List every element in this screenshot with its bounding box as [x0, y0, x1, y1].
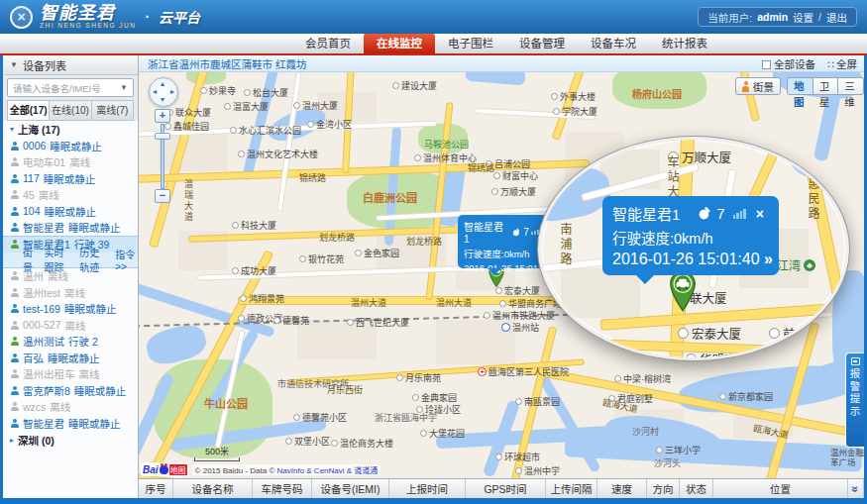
device-table-header: 序号 设备名称 车牌号码 设备号(IEMI) 上报时间 GPS时间 上传间隔 速…	[139, 478, 864, 498]
device-item[interactable]: 温州出租车离线	[3, 366, 138, 383]
park-icon: ♣	[804, 259, 815, 271]
pan-right-icon[interactable]: ▸	[170, 88, 174, 96]
person-icon	[11, 223, 19, 232]
person-icon	[11, 386, 19, 395]
map-canvas[interactable]: 妙果寺 松台大厦 温富大厦 温州大厦 联众大厦 鑫城佳园 水心汇滨水公园 金湾小…	[139, 72, 864, 478]
logo-title: 智能圣君	[40, 4, 136, 22]
current-user-label: 当前用户:	[707, 10, 752, 25]
person-icon	[11, 174, 19, 183]
fullscreen-button[interactable]: ∷全屏	[827, 56, 857, 71]
checkbox-icon	[762, 60, 771, 69]
device-item[interactable]: 温州test离线	[3, 284, 138, 301]
device-filter-tabs: 全部(17) 在线(10) 离线(7)	[7, 100, 134, 121]
pan-down-icon[interactable]: ▾	[161, 96, 164, 104]
device-item[interactable]: 117睡眠或静止	[3, 170, 138, 187]
zoom-in-button[interactable]: +	[155, 109, 170, 123]
group-shenzhen[interactable]: ▸深圳 (0)	[3, 432, 138, 449]
layer-map-button[interactable]: 地图	[787, 77, 813, 95]
window-bottom-frame	[0, 498, 867, 504]
logo: × 智能圣君 ZHI NENG SHENG JUN · 云平台	[10, 4, 200, 30]
map-copyright: © 2015 Baidu - Data © NavInfo & CenNavi …	[192, 464, 381, 475]
person-icon	[11, 321, 19, 330]
person-icon	[11, 207, 19, 216]
action-commands[interactable]: 指令>>	[115, 247, 138, 272]
zoom-out-button[interactable]: −	[155, 189, 170, 203]
logout-link[interactable]: 退出	[826, 10, 847, 25]
device-item[interactable]: 百弘睡眠或静止	[3, 350, 138, 366]
table-expand-button[interactable]: »	[848, 479, 864, 498]
current-user-name: admin	[757, 11, 788, 23]
zoom-slider-handle[interactable]	[155, 133, 170, 140]
collapse-icon: ▼	[10, 60, 18, 69]
group-expand-icon: ▸	[10, 436, 14, 445]
person-icon	[11, 353, 19, 362]
app-window: × 智能圣君 ZHI NENG SHENG JUN · 云平台 当前用户: ad…	[0, 0, 867, 504]
logo-platform: 云平台	[159, 7, 200, 27]
sidebar-header[interactable]: ▼设备列表	[3, 55, 138, 75]
map-pan-control[interactable]: ▴▾◂▸	[149, 77, 178, 107]
chevron-double-down-icon: »	[849, 485, 863, 492]
satellite-icon	[512, 228, 521, 237]
settings-link[interactable]: 设置	[793, 10, 813, 25]
device-item[interactable]: 0006睡眠或静止	[3, 138, 138, 154]
person-icon	[11, 419, 19, 428]
magnifier-lens: 万顺大厦 车站大 惠民路 南浦路 联大厦 宏泰大厦 前网新 华盟商务广 江湾♣ …	[538, 137, 849, 360]
filter-tab-online[interactable]: 在线(10)	[50, 101, 91, 120]
logo-icon: ×	[10, 6, 33, 29]
more-icon[interactable]: »	[764, 251, 773, 267]
metro-station-icon	[501, 323, 510, 332]
action-history[interactable]: 历史轨迹	[79, 245, 108, 274]
device-item[interactable]: test-169睡眠或静止	[3, 301, 138, 318]
person-icon	[11, 157, 19, 166]
alarm-tips-tab[interactable]: 报警提示	[845, 353, 864, 448]
device-item[interactable]: 温州测试行驶 2	[3, 334, 138, 351]
app-header: × 智能圣君 ZHI NENG SHENG JUN · 云平台 当前用户: ad…	[0, 0, 867, 34]
person-icon	[11, 271, 19, 280]
group-expand-icon: ▾	[10, 125, 14, 134]
device-item[interactable]: 雷克萨斯8睡眠或静止	[3, 382, 138, 399]
device-item[interactable]: 000-527离线	[3, 317, 138, 334]
device-search-input[interactable]: 请输入设备名/IMEI号▼	[7, 78, 134, 97]
main-nav: 会员首页 在线监控 电子围栏 设备管理 设备车况 统计报表	[0, 34, 867, 55]
device-item[interactable]: wzcs离线	[3, 399, 138, 416]
device-item[interactable]: 智能星君睡眠或静止	[3, 220, 138, 237]
vehicle-info-window-zoomed: 智能星君1 7 × 行驶速度:0km/h 2016-01-26 15:01:40…	[602, 196, 779, 275]
device-list: ▾上海 (17) 0006睡眠或静止 电动车01离线 117睡眠或静止 45离线…	[3, 121, 138, 498]
baidu-paw-icon	[160, 465, 168, 474]
tab-online-monitor[interactable]: 在线监控	[364, 34, 435, 53]
device-item[interactable]: 智能星君睡眠或静止	[3, 415, 138, 432]
device-item[interactable]: 电动车01离线	[3, 154, 138, 171]
person-icon	[11, 304, 19, 313]
group-shanghai[interactable]: ▾上海 (17)	[3, 121, 138, 138]
layer-satellite-button[interactable]: 卫星	[813, 77, 839, 95]
pan-up-icon[interactable]: ▴	[161, 80, 164, 88]
map-scale: 500米	[194, 445, 240, 461]
map-type-control: 地图 卫星 三维	[787, 77, 864, 95]
all-devices-checkbox[interactable]: 全部设备	[762, 56, 815, 71]
person-icon	[11, 190, 19, 199]
tab-device-mgmt[interactable]: 设备管理	[506, 34, 578, 53]
alarm-panel-icon	[851, 357, 860, 365]
tab-member-home[interactable]: 会员首页	[292, 34, 364, 53]
street-view-person-icon	[742, 81, 749, 92]
baidu-attribution: Bai地图 © 2015 Baidu - Data © NavInfo & Ce…	[141, 462, 380, 476]
layer-3d-button[interactable]: 三维	[838, 77, 864, 95]
tab-geofence[interactable]: 电子围栏	[435, 34, 506, 53]
address-bar: 浙江省温州市鹿城区蒲鞋市 红霞坊 全部设备 ∷全屏	[139, 55, 864, 72]
signal-bars-icon	[733, 209, 746, 219]
person-icon	[11, 240, 19, 249]
device-item[interactable]: 45离线	[3, 187, 138, 204]
tab-vehicle-status[interactable]: 设备车况	[578, 34, 649, 53]
device-item[interactable]: 104睡眠或静止	[3, 203, 138, 220]
person-icon	[11, 402, 19, 411]
vehicle-marker-zoomed[interactable]	[668, 270, 698, 316]
close-icon[interactable]: ×	[756, 207, 764, 221]
satellite-icon	[698, 206, 712, 221]
pan-left-icon[interactable]: ◂	[153, 88, 157, 96]
street-view-button[interactable]: 街景	[735, 77, 781, 95]
filter-tab-all[interactable]: 全部(17)	[8, 101, 50, 120]
person-icon	[11, 337, 19, 346]
filter-tab-offline[interactable]: 离线(7)	[92, 101, 134, 120]
device-sidebar: ▼设备列表 请输入设备名/IMEI号▼ 全部(17) 在线(10) 离线(7) …	[3, 55, 139, 498]
tab-reports[interactable]: 统计报表	[649, 34, 720, 53]
